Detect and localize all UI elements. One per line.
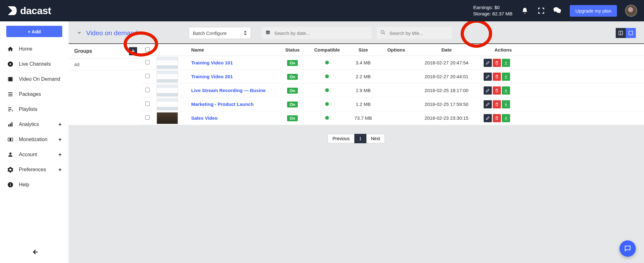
brand-logo[interactable]: dacast: [7, 5, 51, 17]
video-name-link[interactable]: Training Video 101: [191, 60, 233, 65]
size-cell: 3.4 MB: [346, 60, 380, 65]
expand-icon[interactable]: +: [58, 121, 62, 128]
compatible-indicator: [325, 61, 329, 64]
edit-button[interactable]: [484, 114, 492, 122]
date-cell: 2018-02-23 23:30:15: [412, 115, 481, 121]
svg-rect-11: [10, 184, 11, 186]
groups-header: Groups: [74, 48, 92, 54]
film-icon: [7, 76, 14, 82]
download-button[interactable]: [502, 59, 510, 67]
chat-icon[interactable]: [553, 7, 562, 15]
delete-button[interactable]: [493, 100, 501, 108]
table-header: Name Status Compatible Size Options Date…: [141, 44, 644, 56]
compatible-indicator: [325, 102, 329, 106]
nav-label: Preferences: [19, 167, 46, 173]
pager-next[interactable]: Next: [366, 134, 385, 143]
row-checkbox[interactable]: [145, 115, 150, 120]
group-item-all[interactable]: All: [69, 59, 141, 71]
video-thumbnail[interactable]: [157, 98, 178, 110]
download-button[interactable]: [502, 114, 510, 122]
size-cell: 1.2 MB: [346, 101, 380, 107]
view-split-button[interactable]: [616, 28, 626, 38]
delete-button[interactable]: [493, 114, 501, 122]
pager-current[interactable]: 1: [354, 134, 366, 143]
nav-playlists[interactable]: Playlists: [0, 102, 69, 117]
calendar-icon: [265, 30, 270, 36]
delete-button[interactable]: [493, 59, 501, 67]
row-checkbox[interactable]: [145, 101, 150, 106]
search-by-date[interactable]: [262, 27, 372, 39]
user-icon: [7, 151, 14, 158]
video-name-link[interactable]: Marketing - Product Launch: [191, 101, 253, 107]
table-row: Training Video 101On3.4 MB2018-02-27 20:…: [141, 56, 644, 70]
upgrade-button[interactable]: Upgrade my plan: [570, 5, 617, 17]
add-button[interactable]: + Add: [6, 26, 62, 37]
expand-icon[interactable]: +: [58, 151, 62, 158]
nav-analytics[interactable]: Analytics +: [0, 117, 69, 132]
status-badge: On: [287, 74, 298, 80]
nav-label: Home: [19, 46, 32, 52]
table-row: Sales VideoOn73.7 MB2018-02-23 23:30:15: [141, 111, 644, 125]
video-name-link[interactable]: Live Stream Recording — Busine: [191, 88, 266, 93]
nav-packages[interactable]: Packages: [0, 87, 69, 102]
page-title[interactable]: Video on demand: [86, 29, 138, 37]
video-name-link[interactable]: Training Video 201: [191, 74, 233, 79]
expand-icon[interactable]: +: [58, 136, 62, 143]
nav-vod[interactable]: Video On Demand: [0, 72, 69, 87]
search-date-input[interactable]: [274, 30, 368, 36]
add-group-button[interactable]: [129, 47, 137, 55]
video-thumbnail[interactable]: [157, 57, 178, 69]
select-all-checkbox[interactable]: [145, 47, 150, 52]
svg-text:$: $: [10, 138, 11, 141]
svg-rect-16: [269, 30, 269, 31]
nav-home[interactable]: Home: [0, 41, 69, 57]
download-button[interactable]: [502, 100, 510, 108]
video-thumbnail[interactable]: [157, 112, 178, 124]
delete-button[interactable]: [493, 73, 501, 81]
fullscreen-icon[interactable]: [537, 7, 545, 15]
notifications-icon[interactable]: [521, 7, 529, 15]
video-thumbnail[interactable]: [157, 85, 178, 96]
nav-account[interactable]: Account +: [0, 147, 69, 162]
edit-button[interactable]: [484, 73, 492, 81]
video-name-link[interactable]: Sales Video: [191, 115, 218, 121]
chat-fab[interactable]: [619, 240, 636, 257]
chevron-down-icon[interactable]: [77, 29, 82, 37]
nav-monetization[interactable]: $ Monetization +: [0, 132, 69, 147]
expand-icon[interactable]: +: [58, 167, 62, 173]
date-cell: 2018-02-27 20:44:01: [412, 74, 481, 79]
account-stats: Earnings: $0 Storage: 82.37 MB: [473, 4, 513, 17]
search-title-input[interactable]: [389, 30, 448, 36]
view-alt-button[interactable]: [626, 28, 636, 38]
compatible-indicator: [325, 74, 329, 78]
svg-rect-2: [8, 77, 9, 81]
search-icon: [380, 30, 386, 36]
edit-button[interactable]: [484, 59, 492, 67]
delete-button[interactable]: [493, 86, 501, 95]
search-by-title[interactable]: [377, 27, 452, 39]
status-badge: On: [287, 115, 298, 121]
edit-button[interactable]: [484, 100, 492, 108]
svg-point-9: [9, 152, 12, 155]
status-badge: On: [287, 60, 298, 66]
row-checkbox[interactable]: [145, 88, 150, 92]
nav-live-channels[interactable]: Live Channels: [0, 57, 69, 72]
nav-label: Analytics: [19, 122, 39, 127]
nav-label: Help: [19, 182, 29, 188]
download-button[interactable]: [502, 73, 510, 81]
batch-configure-select[interactable]: Batch Configure: [189, 27, 251, 39]
download-button[interactable]: [502, 86, 510, 95]
row-checkbox[interactable]: [145, 60, 150, 64]
toolbar: Video on demand Batch Configure: [69, 21, 644, 43]
row-checkbox[interactable]: [145, 74, 150, 78]
svg-rect-22: [131, 51, 135, 52]
nav-preferences[interactable]: Preferences +: [0, 162, 69, 177]
collapse-sidebar-icon[interactable]: [0, 242, 69, 263]
nav-help[interactable]: Help: [0, 177, 69, 192]
user-avatar[interactable]: [625, 5, 637, 17]
edit-button[interactable]: [484, 86, 492, 95]
bar-chart-icon: [7, 121, 14, 128]
video-thumbnail[interactable]: [157, 71, 178, 83]
pager-prev[interactable]: Previous: [328, 134, 354, 143]
svg-rect-14: [266, 31, 270, 32]
